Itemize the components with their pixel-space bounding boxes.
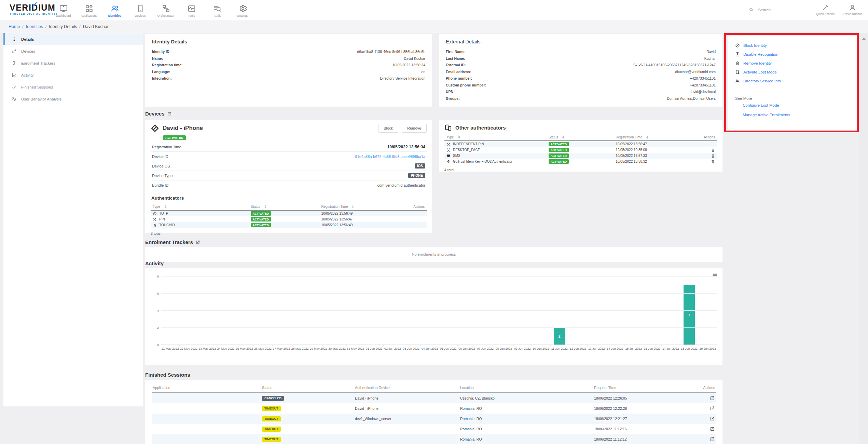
- x-tick-label: 26 May 2022: [253, 347, 272, 350]
- action-label: Directory Service Info: [743, 79, 781, 83]
- column-header-type[interactable]: Type: [153, 205, 251, 208]
- column-header-status[interactable]: Status: [549, 135, 616, 139]
- sort-icon: [562, 136, 564, 139]
- action-directory-service-info[interactable]: Directory Service Info: [735, 77, 858, 85]
- sidebar-item-label: Finished Sessions: [21, 85, 53, 89]
- nav-item-dashboard[interactable]: Dashboard: [51, 3, 76, 17]
- device-value[interactable]: 91e4a58a-b672-4c88-9fd3-cceb9898ba1a: [355, 154, 425, 159]
- session-row: TIMEOUTDavid - iPhoneRomania, RO18/06/20…: [152, 403, 716, 414]
- y-tick-label: 4: [150, 309, 159, 312]
- nav-label: Audit: [213, 14, 221, 17]
- see-more-configure-lost-mode[interactable]: Configure Lost Mode: [743, 103, 858, 107]
- open-session-button[interactable]: [710, 406, 715, 411]
- nav-item-devices[interactable]: Devices: [127, 3, 153, 17]
- activity-chart-panel: 27 21 May 202222 May 202223 May 202224 M…: [145, 268, 722, 365]
- action-remove-identity[interactable]: Remove Identity: [735, 59, 858, 68]
- x-tick-label: 10 Jun 2022: [532, 347, 550, 350]
- see-more-label: See More: [735, 96, 858, 100]
- authenticator-type: SMS: [453, 154, 460, 158]
- table-row: PINACTIVATED10/05/2022 13:56:47: [151, 216, 427, 222]
- open-session-button[interactable]: [710, 436, 715, 442]
- list-search-icon: [213, 4, 222, 13]
- sidebar-item-activity[interactable]: Activity: [3, 69, 143, 81]
- scrollbar-up-arrow[interactable]: [862, 38, 866, 40]
- delete-authenticator-button[interactable]: [711, 160, 715, 164]
- search-input[interactable]: [757, 8, 803, 12]
- detail-row: Last Name:Kuchar: [446, 55, 716, 62]
- device-status: ACTIVATED: [163, 134, 427, 140]
- action-disable-recognition[interactable]: Disable Recognition: [735, 50, 858, 59]
- breadcrumb-home[interactable]: Home: [9, 24, 20, 29]
- authenticators-title: Authenticators: [151, 196, 427, 201]
- x-tick-label: 17 Jun 2022: [661, 347, 680, 350]
- hourglass-icon: [12, 60, 17, 66]
- behavior-icon: [12, 96, 17, 102]
- action-activate-lost-mode[interactable]: Activate Lost Mode: [735, 68, 858, 77]
- nav-item-tools[interactable]: Tools: [179, 3, 204, 17]
- status-badge: ACTIVATED: [251, 211, 271, 216]
- logo-check-icon: [31, 1, 38, 7]
- sort-icon: [264, 205, 266, 208]
- quick-actions-button[interactable]: Quick Actions: [816, 4, 835, 16]
- nav-item-settings[interactable]: Settings: [230, 3, 256, 17]
- scrollbar[interactable]: [859, 33, 868, 444]
- sidebar-item-details[interactable]: Details: [3, 33, 143, 45]
- authenticator-type: GoTrust Idem Key FIDO2 Authenticator: [453, 160, 512, 163]
- delete-authenticator-button[interactable]: [711, 148, 715, 152]
- y-tick-label: 8: [150, 275, 159, 278]
- column-header-status[interactable]: Status: [251, 205, 321, 208]
- breadcrumb: Home/Identities/Identity Details/David K…: [0, 20, 868, 33]
- block-device-button[interactable]: Block: [378, 124, 398, 133]
- enrolment-open-icon[interactable]: [196, 240, 200, 244]
- table-row: DESKTOP_FACEACTIVATED12/05/2022 10:35:08: [444, 147, 717, 153]
- detail-value: Domain Admins,Domain Users: [667, 95, 716, 102]
- open-session-button[interactable]: [710, 426, 715, 431]
- breadcrumb-separator: /: [79, 24, 80, 29]
- column-header-registration-time[interactable]: Registration Time: [321, 205, 403, 208]
- detail-value: +420733451101: [690, 82, 716, 89]
- breadcrumb-identities[interactable]: Identities: [26, 24, 43, 29]
- user-menu[interactable]: David Kuchar: [843, 4, 862, 16]
- nav-item-applications[interactable]: Applications: [76, 3, 102, 17]
- nav-item-identities[interactable]: Identities: [102, 3, 127, 17]
- user-name-label: David Kuchar: [843, 12, 862, 16]
- other-authenticators-header: Other authenticators: [444, 124, 717, 131]
- bar-18-jun-2022[interactable]: 7: [684, 285, 695, 345]
- gridline: [161, 293, 717, 294]
- open-session-button[interactable]: [710, 395, 715, 401]
- bar-11-jun-2022[interactable]: 2: [554, 328, 565, 345]
- action-block-identity[interactable]: Block Identity: [735, 41, 858, 50]
- sidebar-item-finished-sessions[interactable]: Finished Sessions: [3, 81, 143, 93]
- enrolment-empty-text: No enrolments in progress: [412, 252, 456, 256]
- nav-item-audit[interactable]: Audit: [204, 3, 230, 17]
- see-more-manage-active-enrollments[interactable]: Manage Active Enrollments: [743, 113, 858, 117]
- registration-time: 10/05/2022 13:56:49: [321, 223, 353, 227]
- detail-row: Identity ID:d6ae1ba8-1139-46ec-8e96-b856…: [152, 49, 425, 55]
- open-session-button[interactable]: [710, 416, 715, 421]
- nav-item-orchestrator[interactable]: Orchestrator: [153, 3, 179, 17]
- sidebar-item-user-behavior-analysis[interactable]: User Behavior Analysis: [3, 93, 143, 105]
- action-label: Disable Recognition: [743, 52, 778, 56]
- delete-authenticator-button[interactable]: [711, 154, 715, 158]
- external-details-rows: First Name:DavidLast Name:KucharExternal…: [446, 49, 716, 102]
- chart-slot: 2: [550, 277, 569, 345]
- device-info-row-registration-time: Registration Time10/05/2022 13:56:34: [151, 142, 427, 152]
- x-tick-label: 28 May 2022: [291, 347, 309, 350]
- detail-label: External ID:: [446, 62, 466, 69]
- device-info-row-device-id: Device ID91e4a58a-b672-4c88-9fd3-cceb989…: [151, 152, 427, 161]
- detail-label: Integration:: [152, 75, 172, 82]
- detail-row: Phone number:+420733451101: [446, 75, 716, 82]
- sidebar-item-devices[interactable]: Devices: [3, 45, 143, 57]
- remove-device-button[interactable]: Remove: [402, 124, 427, 133]
- key-icon: [12, 49, 17, 54]
- devices-open-icon[interactable]: [167, 111, 172, 116]
- sidebar-item-enrolment-trackers[interactable]: Enrolment Trackers: [3, 57, 143, 69]
- block-icon: [735, 43, 740, 48]
- chart-slot: [532, 277, 550, 345]
- breadcrumb-identity-details: Identity Details: [49, 24, 77, 29]
- devices-section-title: Devices: [145, 111, 165, 117]
- app-root: VERIDIUM TRUSTED DIGITAL IDENTITY Dashbo…: [0, 0, 868, 444]
- column-header-type[interactable]: Type: [446, 135, 549, 139]
- column-header-registration-time[interactable]: Registration Time: [616, 135, 693, 139]
- gridline: [161, 310, 717, 311]
